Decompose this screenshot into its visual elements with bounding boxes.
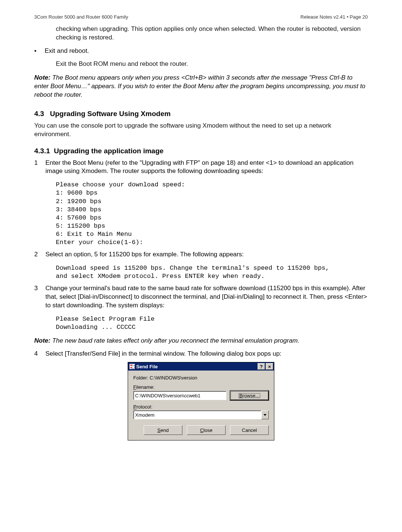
header-left: 3Com Router 5000 and Router 6000 Family (34, 14, 128, 20)
step-number: 2 (34, 250, 45, 259)
step-3: 3 Change your terminal's baud rate to th… (34, 284, 368, 310)
send-button[interactable]: Send (144, 425, 182, 435)
code-block-speed-msg: Download speed is 115200 bps. Change the… (56, 264, 368, 281)
note-label: Note: (34, 74, 50, 81)
bullet-body: Exit the Boot ROM menu and reboot the ro… (56, 60, 368, 68)
bullet-exit-reboot: • Exit and reboot. (34, 47, 368, 55)
note-boot-menu: Note: The Boot menu appears only when yo… (34, 74, 368, 99)
header-right: Release Notes v2.41 • Page 20 (300, 14, 368, 20)
note-body: The Boot menu appears only when you pres… (34, 74, 366, 98)
step-1: 1 Enter the Boot Menu (refer to the "Upg… (34, 159, 368, 176)
section-title: Upgrading Software Using Xmodem (50, 110, 170, 118)
step-2: 2 Select an option, 5 for 115200 bps for… (34, 250, 368, 259)
subsection-number: 4.3.1 (34, 147, 50, 155)
protocol-label: Protocol: (133, 404, 269, 410)
note-label: Note: (34, 337, 50, 344)
code-block-speeds: Please choose your download speed: 1: 96… (56, 181, 368, 247)
send-file-icon (130, 364, 135, 369)
protocol-combobox[interactable]: Xmodem (133, 410, 269, 419)
close-button[interactable]: × (266, 363, 273, 370)
intro-paragraph: checking when upgrading. This option app… (56, 25, 368, 42)
browse-button[interactable]: Browse... (230, 391, 269, 400)
step-4-text: Select [Transfer/Send File] in the termi… (45, 350, 368, 358)
filename-label: Filename: (133, 384, 269, 390)
close-dialog-button[interactable]: Close (187, 425, 226, 435)
bullet-text: Exit and reboot. (45, 47, 89, 55)
send-file-dialog: Send File ? × Folder: C:\WINDOWS\version… (128, 362, 274, 440)
help-button[interactable]: ? (258, 363, 265, 370)
section-number: 4.3 (34, 110, 44, 118)
protocol-value[interactable]: Xmodem (133, 410, 261, 419)
page-header: 3Com Router 5000 and Router 6000 Family … (34, 14, 368, 20)
note-baud-rate: Note: The new baud rate takes effect onl… (34, 337, 368, 345)
step-4: 4 Select [Transfer/Send File] in the ter… (34, 350, 368, 358)
dialog-title: Send File (136, 364, 158, 369)
dialog-titlebar[interactable]: Send File ? × (128, 362, 274, 371)
step-number: 4 (34, 350, 45, 358)
filename-input[interactable]: C:\WINDOWS\version\ccweb1 (133, 391, 226, 400)
cancel-button[interactable]: Cancel (230, 425, 269, 435)
bullet-marker: • (34, 47, 45, 55)
step-number: 3 (34, 284, 45, 310)
section-4-3-1-heading: 4.3.1 Upgrading the application image (34, 147, 368, 155)
chevron-down-icon[interactable] (261, 410, 269, 419)
section-4-3-body: You can use the console port to upgrade … (34, 122, 368, 139)
step-number: 1 (34, 159, 45, 176)
step-2-text: Select an option, 5 for 115200 bps for e… (45, 250, 368, 259)
section-4-3-heading: 4.3 Upgrading Software Using Xmodem (34, 110, 368, 118)
step-3-text: Change your terminal's baud rate to the … (45, 284, 368, 310)
step-1-text: Enter the Boot Menu (refer to the "Upgra… (45, 159, 368, 176)
subsection-title: Upgrading the application image (54, 147, 164, 155)
note-body: The new baud rate takes effect only afte… (50, 337, 299, 344)
folder-label: Folder: C:\WINDOWS\version (133, 375, 269, 381)
code-block-downloading: Please Select Program File Downloading .… (56, 315, 368, 331)
